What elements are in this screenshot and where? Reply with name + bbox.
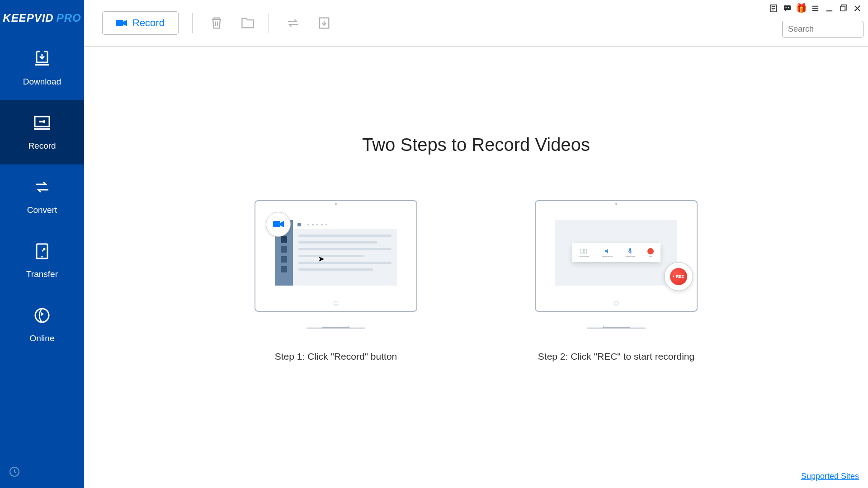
window-controls: 🎁 [762, 0, 868, 16]
import-button[interactable] [317, 16, 331, 30]
record-button-label: Record [132, 17, 165, 29]
sidebar-item-download[interactable]: Download [0, 36, 84, 100]
minimize-button[interactable] [825, 4, 834, 13]
supported-sites-link[interactable]: Supported Sites [801, 472, 859, 481]
notes-icon [769, 4, 778, 13]
close-button[interactable] [853, 4, 862, 13]
gift-icon: 🎁 [796, 3, 807, 14]
step2-caption: Step 2: Click "REC" to start recording [538, 351, 694, 362]
step1-caption: Step 1: Click "Record" button [275, 351, 397, 362]
svg-rect-17 [629, 248, 631, 252]
svg-rect-15 [580, 249, 583, 253]
menu-icon [811, 4, 820, 13]
schedule-button[interactable] [9, 466, 20, 479]
clock-icon [9, 466, 20, 477]
loop-icon [286, 16, 300, 30]
svg-rect-8 [783, 5, 790, 9]
sidebar-item-label: Download [23, 77, 61, 87]
step-1: ➤ Step 1: Click "Record" button [255, 200, 417, 362]
svg-point-10 [788, 7, 789, 8]
logo-keepvid: KEEPVID [3, 12, 53, 24]
toolbar-separator [192, 13, 193, 33]
toolbar: Record [84, 0, 868, 47]
search-container [782, 21, 863, 38]
sidebar-item-label: Record [28, 141, 56, 151]
minimize-icon [825, 4, 834, 13]
main-area: 🎁 Record Two Steps to Record Videos [84, 0, 868, 488]
sidebar-item-label: Online [30, 333, 55, 343]
delete-button[interactable] [209, 16, 224, 30]
maximize-icon [839, 4, 848, 13]
toolbar-separator [269, 13, 269, 33]
svg-rect-11 [840, 6, 844, 10]
folder-button[interactable] [241, 16, 255, 30]
logo-pro: PRO [57, 12, 81, 24]
record-button[interactable]: Record [102, 11, 179, 35]
notes-button[interactable] [769, 4, 778, 13]
import-icon [317, 16, 331, 30]
svg-rect-0 [35, 64, 49, 66]
step-2: Capture Area System Audio Microphone Rec… [535, 200, 698, 362]
trash-icon [209, 16, 224, 30]
step2-illustration: Capture Area System Audio Microphone Rec… [535, 200, 698, 328]
sidebar-item-record[interactable]: Record [0, 100, 84, 164]
loop-button[interactable] [286, 16, 300, 30]
convert-icon [33, 178, 51, 196]
search-input[interactable] [782, 21, 863, 38]
svg-point-4 [41, 256, 43, 258]
download-icon [33, 50, 51, 68]
transfer-icon [33, 242, 51, 260]
gift-button[interactable]: 🎁 [797, 4, 806, 13]
cursor-icon: ➤ [318, 254, 325, 264]
record-icon [33, 114, 51, 132]
svg-rect-16 [584, 249, 587, 253]
svg-rect-2 [34, 128, 50, 130]
menu-button[interactable] [811, 4, 820, 13]
rec-callout: REC [664, 262, 693, 291]
step1-illustration: ➤ [255, 200, 417, 328]
sidebar-item-convert[interactable]: Convert [0, 164, 84, 229]
svg-rect-14 [273, 221, 280, 227]
steps-row: ➤ Step 1: Click "Record" button [255, 200, 698, 362]
sidebar-item-transfer[interactable]: Transfer [0, 229, 84, 293]
maximize-button[interactable] [839, 4, 848, 13]
page-heading: Two Steps to Record Videos [362, 135, 590, 155]
close-icon [853, 4, 862, 13]
speech-icon [783, 4, 792, 13]
record-callout-icon [266, 212, 291, 237]
app-logo: KEEPVID PRO [0, 0, 84, 36]
sidebar-item-label: Convert [27, 205, 57, 215]
sidebar: KEEPVID PRO Download Record Convert Tran… [0, 0, 84, 488]
sidebar-item-label: Transfer [26, 269, 58, 279]
svg-point-9 [785, 7, 786, 8]
content: Two Steps to Record Videos ➤ [84, 47, 868, 488]
sidebar-item-online[interactable]: Online [0, 293, 84, 357]
rec-button-icon: REC [670, 268, 687, 285]
camera-icon [116, 19, 127, 27]
svg-point-5 [35, 309, 49, 322]
folder-icon [241, 16, 255, 30]
online-icon [33, 306, 51, 324]
svg-rect-12 [116, 20, 123, 26]
feedback-button[interactable] [783, 4, 792, 13]
